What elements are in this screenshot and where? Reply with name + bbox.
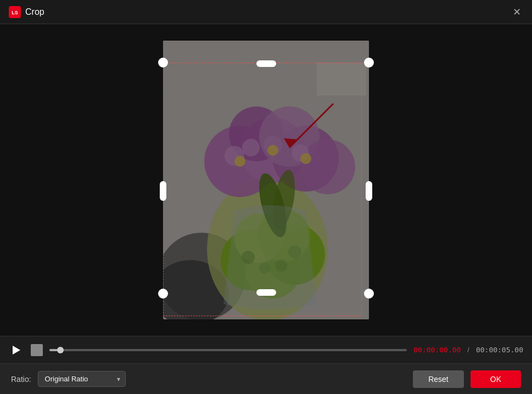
ok-button[interactable]: OK [471, 370, 521, 388]
stop-button[interactable] [31, 344, 43, 356]
ratio-label: Ratio: [11, 375, 31, 384]
ratio-select[interactable]: Original Ratio 16:9 9:16 4:3 3:4 1:1 Cus… [38, 371, 126, 387]
play-icon [13, 346, 20, 354]
svg-rect-32 [163, 41, 218, 74]
play-button[interactable] [9, 342, 24, 358]
video-frame [163, 41, 369, 319]
svg-text:LS: LS [12, 10, 18, 15]
ratio-select-wrapper: Original Ratio 16:9 9:16 4:3 3:4 1:1 Cus… [38, 371, 126, 387]
reset-button[interactable]: Reset [413, 370, 464, 388]
svg-point-22 [242, 139, 260, 156]
time-current: 00:00:00.00 [413, 346, 461, 354]
time-separator: / [467, 346, 469, 354]
time-total: 00:00:05.00 [476, 346, 523, 354]
progress-thumb [57, 347, 64, 353]
svg-point-29 [267, 145, 278, 156]
window-title: Crop [25, 7, 44, 17]
ratio-section: Ratio: Original Ratio 16:9 9:16 4:3 3:4 … [11, 371, 126, 387]
title-left: LS Crop [9, 6, 44, 18]
video-area [0, 24, 532, 336]
video-container [163, 41, 369, 319]
bottom-bar: Ratio: Original Ratio 16:9 9:16 4:3 3:4 … [0, 363, 532, 394]
action-buttons: Reset OK [413, 370, 521, 388]
svg-rect-31 [317, 63, 366, 95]
close-button[interactable]: ✕ [510, 5, 523, 19]
svg-point-30 [300, 153, 311, 164]
controls-bar: 00:00:00.00 / 00:00:05.00 [0, 336, 532, 363]
svg-point-28 [234, 156, 245, 167]
progress-bar[interactable] [49, 349, 407, 351]
title-bar: LS Crop ✕ [0, 0, 532, 24]
app-icon: LS [9, 6, 21, 18]
